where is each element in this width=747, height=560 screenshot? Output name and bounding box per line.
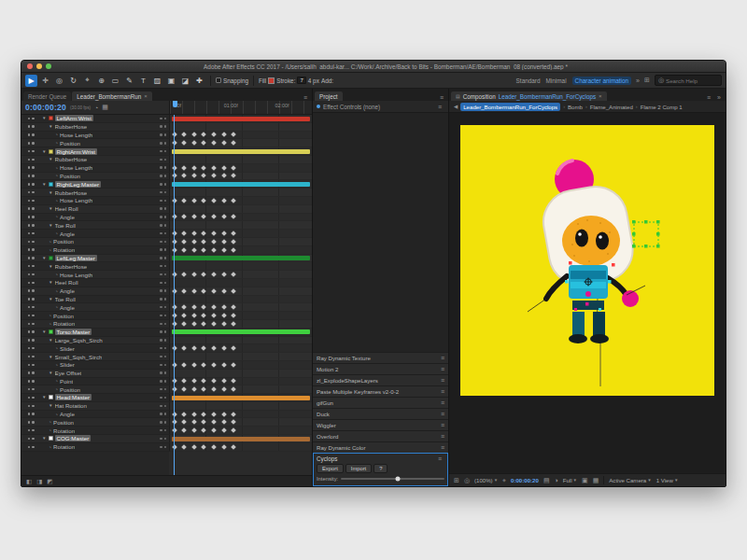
keyframe-icon[interactable] (232, 198, 237, 203)
safe-zones-icon[interactable]: ⌖ (502, 477, 506, 484)
layer-switches[interactable] (157, 142, 169, 145)
timeline-lane[interactable] (169, 385, 312, 394)
layer-switches[interactable] (157, 315, 169, 317)
disclosure-arrow-icon[interactable]: ▼ (42, 149, 47, 154)
breadcrumb-item[interactable]: Bomb (568, 104, 583, 110)
keyframe-icon[interactable] (191, 174, 197, 179)
timeline-lane[interactable] (169, 296, 312, 304)
layer-color-chip[interactable] (49, 436, 53, 441)
layer-switches[interactable] (157, 175, 169, 177)
timeline-lane[interactable] (169, 262, 312, 271)
zoom-select[interactable]: (100%)▼ (474, 477, 498, 483)
resolution-select[interactable]: Full▼ (563, 477, 577, 483)
timeline-lane[interactable] (169, 353, 312, 361)
keyframe-icon[interactable] (202, 412, 207, 417)
visibility-toggles[interactable] (21, 224, 40, 227)
script-panel-item[interactable]: Overlord≡ (313, 430, 448, 441)
layer-color-chip[interactable] (49, 116, 53, 120)
script-panel-item[interactable]: Duck≡ (313, 408, 448, 419)
import-button[interactable]: Import (345, 464, 372, 473)
keyframe-icon[interactable] (232, 362, 237, 368)
stopwatch-icon[interactable]: ◔ (55, 378, 58, 384)
stopwatch-icon[interactable]: ◔ (55, 304, 58, 310)
layer-switches[interactable] (157, 356, 169, 358)
camera-tool[interactable]: ⌖ (81, 75, 93, 87)
close-tab-icon[interactable]: × (144, 93, 148, 99)
visibility-toggles[interactable] (21, 282, 40, 285)
in-out-panes-icon[interactable]: ◩ (47, 478, 52, 485)
layer-name-cell[interactable]: ◔Angle (21, 230, 169, 238)
workspace-tab-minimal[interactable]: Minimal (546, 77, 567, 84)
timeline-lane[interactable] (169, 189, 312, 197)
keyframe-icon[interactable] (191, 215, 197, 220)
grid-options-icon[interactable]: ⊞ (454, 477, 459, 484)
layer-switches[interactable] (157, 248, 169, 251)
timeline-lane[interactable] (169, 337, 312, 345)
timeline-lane[interactable] (169, 147, 312, 156)
layer-name-cell[interactable]: ▼LeftArm:Wrist (21, 115, 169, 123)
layer-name-cell[interactable]: ◔Position (21, 312, 169, 320)
intensity-slider-knob[interactable] (396, 477, 401, 482)
layer-switches[interactable] (157, 446, 169, 449)
panel-menu-icon[interactable]: ≡ (704, 94, 713, 101)
keyframe-icon[interactable] (202, 379, 207, 385)
layer-color-chip[interactable] (49, 395, 53, 399)
keyframe-icon[interactable] (181, 321, 187, 327)
panel-overflow-icon[interactable]: » (714, 94, 724, 101)
panel-menu-icon[interactable]: ≡ (441, 422, 444, 428)
layer-name-cell[interactable]: ◔Position (21, 418, 169, 427)
keyframe-icon[interactable] (202, 304, 207, 310)
layer-name-cell[interactable]: ▼Head:Master (21, 394, 169, 402)
keyframe-icon[interactable] (211, 239, 217, 245)
layer-name-cell[interactable]: ◔Hose Length (21, 132, 169, 140)
zoom-tool[interactable]: ◎ (53, 75, 65, 87)
layer-row[interactable]: ▼COG:Master (21, 435, 312, 443)
back-arrow-icon[interactable]: ◀ (454, 104, 458, 109)
layer-name-cell[interactable]: ◔Position (21, 385, 169, 394)
keyframe-icon[interactable] (221, 215, 227, 220)
layer-row[interactable]: ▼RubberHose (21, 123, 312, 132)
keyframe-icon[interactable] (211, 420, 217, 426)
keyframe-icon[interactable] (202, 140, 207, 146)
keyframe-icon[interactable] (232, 304, 237, 310)
hand-tool[interactable]: ✛ (39, 75, 51, 87)
layer-name-cell[interactable]: ▼Small_Sqsh_Strch (21, 353, 169, 361)
layer-name-cell[interactable]: ▼RubberHose (21, 123, 169, 132)
layer-switches[interactable] (157, 159, 169, 161)
layer-color-chip[interactable] (49, 182, 53, 187)
keyframe-icon[interactable] (221, 304, 227, 310)
layer-name-cell[interactable]: ◔Rotation (21, 320, 169, 329)
snapping-checkbox[interactable] (216, 77, 221, 83)
timeline-lane[interactable] (169, 197, 312, 205)
layer-name-cell[interactable]: ▼Hat Rotation (21, 402, 169, 411)
visibility-toggles[interactable] (21, 315, 40, 317)
keyframe-icon[interactable] (211, 412, 217, 417)
keyframe-icon[interactable] (191, 272, 197, 277)
keyframe-icon[interactable] (181, 288, 187, 294)
keyframe-icon[interactable] (191, 133, 197, 138)
layer-row[interactable]: ▼Hat Rotation (21, 402, 312, 411)
keyframe-icon[interactable] (181, 362, 187, 368)
panel-menu-icon[interactable]: ≡ (435, 455, 444, 462)
brush-tool[interactable]: ▨ (151, 75, 163, 87)
visibility-toggles[interactable] (21, 232, 40, 235)
layer-row[interactable]: ◔Position (21, 385, 312, 394)
timeline-tab-render-queue[interactable]: Render Queue (23, 91, 71, 101)
disclosure-arrow-icon[interactable]: ▼ (42, 329, 47, 334)
workspace-tab-character-animation[interactable]: Character animation (572, 77, 632, 85)
visibility-toggles[interactable] (21, 142, 40, 145)
layer-switches[interactable] (157, 150, 169, 153)
visibility-toggles[interactable] (21, 446, 40, 449)
layer-duration-bar[interactable] (172, 117, 310, 121)
disclosure-arrow-icon[interactable]: ▼ (42, 436, 47, 441)
layer-switches[interactable] (157, 323, 169, 326)
stopwatch-icon[interactable]: ◔ (55, 140, 58, 146)
visibility-toggles[interactable] (21, 339, 40, 342)
layer-name-cell[interactable]: ▼Eye Offset (21, 370, 169, 378)
layer-color-chip[interactable] (49, 329, 53, 334)
snapshot-icon[interactable]: ▤ (543, 477, 550, 484)
layer-switches[interactable] (157, 125, 169, 128)
layer-row[interactable]: ◔Rotation (21, 427, 312, 435)
layer-row[interactable]: ▼RightArm:Wrist (21, 147, 312, 156)
keyframe-icon[interactable] (191, 386, 197, 392)
